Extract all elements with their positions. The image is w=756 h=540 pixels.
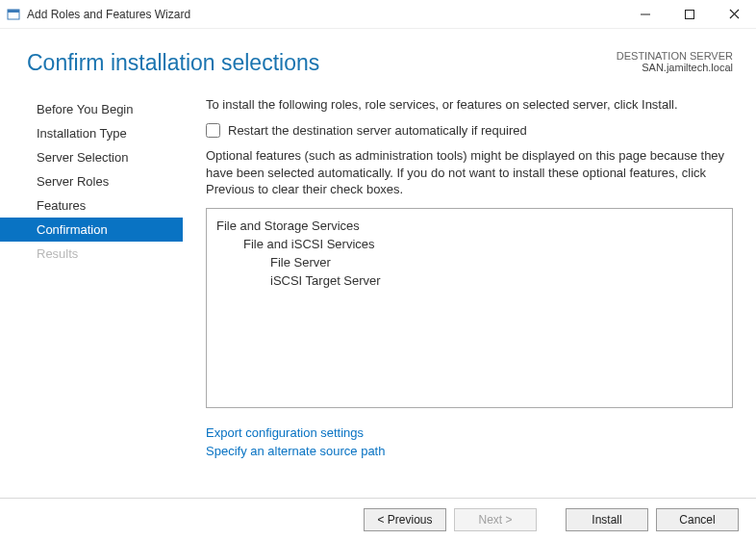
wizard-step[interactable]: Server Roles — [0, 169, 183, 193]
app-icon — [6, 7, 21, 22]
window-buttons — [623, 0, 756, 29]
destination-server: SAN.jamiltech.local — [617, 62, 733, 73]
main-panel: To install the following roles, role ser… — [183, 91, 756, 462]
wizard-step[interactable]: Before You Begin — [0, 97, 183, 121]
page-title: Confirm installation selections — [27, 50, 617, 76]
maximize-button[interactable] — [668, 0, 712, 29]
titlebar: Add Roles and Features Wizard — [0, 0, 756, 29]
wizard-step[interactable]: Server Selection — [0, 145, 183, 169]
destination-label: DESTINATION SERVER — [617, 50, 733, 62]
selections-listbox[interactable]: File and Storage ServicesFile and iSCSI … — [206, 208, 733, 408]
cancel-button[interactable]: Cancel — [656, 508, 739, 531]
selection-item: File and Storage Services — [216, 217, 722, 235]
selection-item: File and iSCSI Services — [216, 235, 722, 253]
optional-note: Optional features (such as administratio… — [206, 147, 733, 198]
wizard-footer: < Previous Next > Install Cancel — [0, 498, 756, 540]
svg-rect-3 — [686, 10, 694, 18]
wizard-step[interactable]: Confirmation — [0, 218, 183, 242]
window-title: Add Roles and Features Wizard — [27, 8, 623, 21]
wizard-sidebar: Before You BeginInstallation TypeServer … — [0, 91, 183, 462]
wizard-step[interactable]: Installation Type — [0, 121, 183, 145]
restart-checkbox[interactable] — [206, 123, 220, 138]
links-block: Export configuration settings Specify an… — [206, 425, 733, 458]
intro-text: To install the following roles, role ser… — [206, 97, 733, 112]
restart-row: Restart the destination server automatic… — [206, 123, 733, 138]
alternate-source-link[interactable]: Specify an alternate source path — [206, 444, 733, 458]
next-button[interactable]: Next > — [454, 508, 537, 531]
restart-label[interactable]: Restart the destination server automatic… — [228, 123, 527, 138]
destination-block: DESTINATION SERVER SAN.jamiltech.local — [617, 50, 733, 73]
svg-rect-1 — [8, 10, 19, 13]
wizard-step: Results — [0, 242, 183, 266]
selection-item: iSCSI Target Server — [216, 271, 722, 290]
previous-button[interactable]: < Previous — [364, 508, 446, 531]
export-config-link[interactable]: Export configuration settings — [206, 425, 733, 440]
selection-item: File Server — [216, 253, 722, 271]
close-button[interactable] — [712, 0, 756, 29]
page-header: Confirm installation selections DESTINAT… — [0, 29, 756, 84]
wizard-step[interactable]: Features — [0, 193, 183, 218]
minimize-button[interactable] — [623, 0, 668, 29]
install-button[interactable]: Install — [566, 508, 648, 531]
